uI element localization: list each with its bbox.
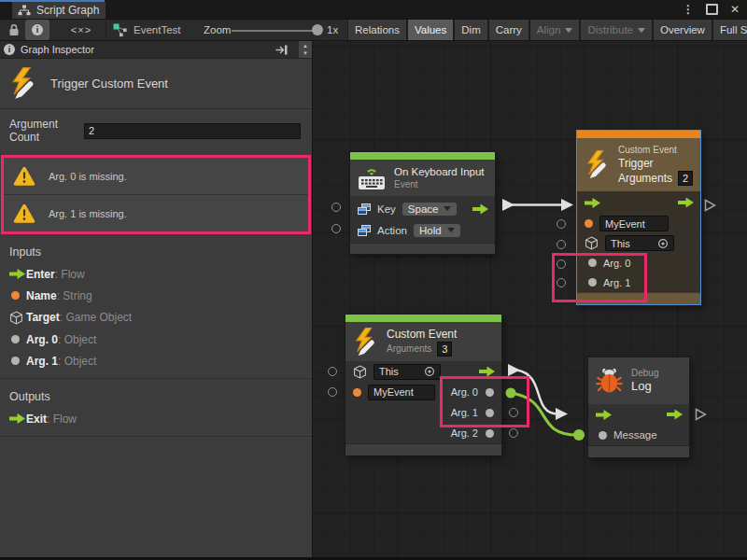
target-field[interactable]: This	[605, 235, 674, 251]
object-port-dot[interactable]	[486, 409, 494, 417]
panel-scroll-stepper[interactable]: ▲ ▼	[298, 41, 312, 58]
toolbar-separator	[106, 21, 106, 38]
event-name-field[interactable]: MyEvent	[368, 385, 435, 400]
graph-breadcrumb[interactable]: EventTest	[113, 20, 181, 40]
node-body: MyEvent This	[577, 191, 700, 292]
code-view-button[interactable]: <×>	[65, 20, 97, 40]
trigger-target-port[interactable]	[557, 240, 566, 249]
object-port-dot[interactable]	[599, 431, 607, 440]
lock-button[interactable]	[6, 20, 22, 40]
trigger-out-port[interactable]	[472, 203, 488, 214]
action-dropdown[interactable]: Hold	[414, 224, 460, 237]
event-name-field[interactable]: MyEvent	[599, 216, 669, 231]
object-port-dot[interactable]	[486, 388, 494, 397]
port-name: Arg. 1	[26, 355, 58, 368]
inspector-toggle-button[interactable]: i	[25, 20, 49, 40]
target-field[interactable]: This	[374, 364, 441, 380]
zoom-slider-handle[interactable]	[312, 24, 323, 35]
scroll-up-icon[interactable]: ▲	[303, 42, 308, 49]
distribute-button[interactable]: Distribute	[581, 20, 652, 40]
action-value-port[interactable]	[331, 224, 341, 233]
input-port-target: Target Game Object	[0, 306, 312, 329]
key-dropdown[interactable]: Space	[402, 203, 458, 216]
keyboard-icon	[358, 166, 386, 190]
graph-inspector-panel: i Graph Inspector ▲ ▼ T	[0, 41, 313, 557]
key-value-port[interactable]	[331, 203, 341, 212]
node-subtitle: Arguments	[387, 343, 431, 355]
port-name: Target	[26, 311, 60, 324]
graph-canvas[interactable]: On Keyboard Input Event Key Space	[313, 41, 747, 557]
object-picker-icon[interactable]	[424, 366, 435, 377]
object-picker-icon[interactable]	[657, 238, 669, 249]
relations-button[interactable]: Relations	[348, 20, 406, 40]
divider	[0, 436, 312, 437]
main-area: On Keyboard Input Event Key Space	[0, 41, 747, 560]
exit-port[interactable]	[667, 410, 683, 420]
values-button[interactable]: Values	[408, 20, 453, 40]
node-trigger-custom-event[interactable]: Custom Event Trigger Arguments 2	[577, 131, 700, 304]
menu-icon[interactable]: ⋮	[683, 3, 694, 16]
inputs-section-label: Inputs	[0, 234, 312, 263]
overview-button[interactable]: Overview	[654, 20, 712, 40]
node-header: Custom Event Trigger Arguments 2	[577, 138, 700, 191]
node-debug-log[interactable]: Debug Log Message	[588, 357, 689, 457]
warning-message: Arg. 1 is missing.	[49, 208, 127, 219]
input-port-arg1: Arg. 1 Object	[0, 350, 312, 371]
port-name: Enter	[26, 268, 55, 281]
cube-icon	[9, 311, 26, 325]
node-custom-event[interactable]: Custom Event Arguments 3 This	[345, 315, 501, 455]
custom-target-port[interactable]	[328, 367, 337, 376]
cube-icon[interactable]	[585, 236, 599, 250]
string-port-icon	[9, 291, 26, 300]
string-port-dot[interactable]	[585, 219, 593, 228]
node-on-keyboard-input[interactable]: On Keyboard Input Event Key Space	[350, 152, 495, 254]
close-icon[interactable]: ✕	[730, 3, 740, 16]
chevron-down-icon	[444, 206, 451, 211]
object-port-dot[interactable]	[588, 259, 597, 267]
key-label: Key	[377, 203, 396, 215]
argument-count-input[interactable]	[84, 123, 301, 139]
input-port-name: Name String	[0, 285, 312, 306]
align-button[interactable]: Align	[530, 20, 580, 40]
enter-port[interactable]	[585, 198, 600, 208]
node-footer	[577, 292, 700, 304]
arg0-row: Arg. 0	[577, 253, 700, 273]
arg0-out: Arg. 0	[451, 386, 494, 398]
cube-icon[interactable]	[353, 365, 367, 379]
warning-icon	[13, 203, 35, 223]
trigger-out-port[interactable]	[479, 367, 495, 377]
chevron-down-icon	[447, 228, 455, 232]
toolbar-button-group: Relations Values Dim Carry Align Distrib…	[347, 20, 747, 40]
trigger-arg0-port[interactable]	[557, 259, 566, 269]
flow-row	[588, 404, 689, 425]
dim-button[interactable]: Dim	[455, 20, 486, 40]
zoom-slider-track[interactable]	[232, 30, 317, 32]
custom-arg2-port[interactable]	[509, 428, 518, 438]
unit-title-block: Trigger Custom Event	[0, 59, 312, 109]
tab-script-graph[interactable]: Script Graph	[12, 2, 106, 19]
flow-arrow-icon	[9, 269, 26, 279]
trigger-arg1-port[interactable]	[557, 278, 566, 287]
string-port-dot[interactable]	[353, 388, 361, 397]
dock-icon[interactable]	[275, 45, 289, 55]
outputs-section-label: Outputs	[0, 379, 312, 408]
carry-button[interactable]: Carry	[489, 20, 529, 40]
inspector-header: i Graph Inspector ▲ ▼	[0, 41, 312, 59]
key-row: Key Space	[350, 198, 495, 219]
custom-arg1-port[interactable]	[509, 408, 518, 417]
node-footer	[350, 243, 495, 254]
fullscreen-button[interactable]: Full Screen	[713, 20, 747, 40]
trigger-name-port[interactable]	[557, 219, 566, 229]
object-port-dot[interactable]	[486, 429, 494, 438]
object-port-dot[interactable]	[588, 278, 597, 287]
scroll-down-icon[interactable]: ▼	[303, 49, 308, 57]
enter-port[interactable]	[596, 410, 612, 420]
exit-port[interactable]	[678, 198, 694, 208]
argument-count-label: Argument Count	[9, 118, 80, 144]
maximize-icon[interactable]	[706, 4, 718, 15]
warning-icon	[13, 166, 35, 186]
zoom-value: 1x	[327, 24, 338, 35]
flow-row	[577, 191, 700, 214]
custom-name-port[interactable]	[328, 387, 337, 397]
arg1-row: Arg. 1	[345, 402, 501, 423]
